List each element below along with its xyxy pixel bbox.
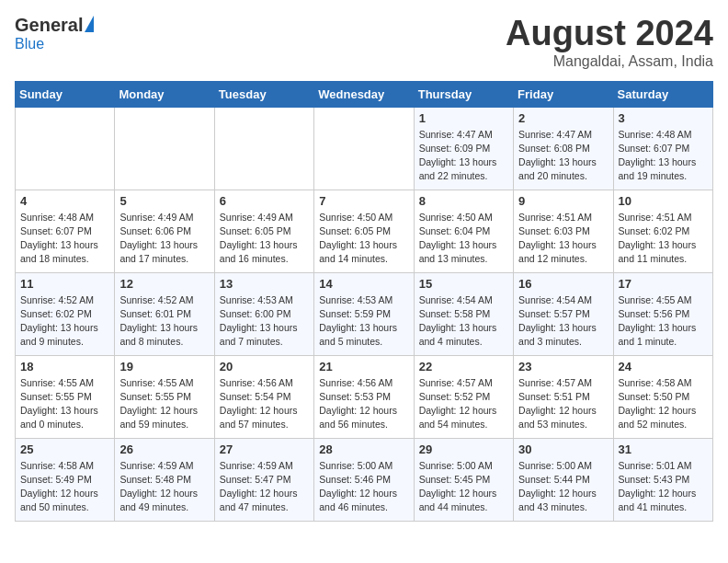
day-number: 13 xyxy=(220,277,309,291)
day-info: Sunrise: 4:55 AMSunset: 5:55 PMDaylight:… xyxy=(20,376,109,432)
page-header: General Blue August 2024 Mangaldai, Assa… xyxy=(15,15,713,70)
calendar-week-row: 1Sunrise: 4:47 AMSunset: 6:09 PMDaylight… xyxy=(16,107,713,190)
calendar-cell xyxy=(16,107,115,190)
day-number: 3 xyxy=(619,111,708,125)
calendar-cell: 24Sunrise: 4:58 AMSunset: 5:50 PMDayligh… xyxy=(613,355,712,438)
calendar-cell: 9Sunrise: 4:51 AMSunset: 6:03 PMDaylight… xyxy=(514,190,613,272)
day-number: 19 xyxy=(119,360,209,373)
calendar-week-row: 25Sunrise: 4:58 AMSunset: 5:49 PMDayligh… xyxy=(16,438,713,521)
weekday-header-saturday: Saturday xyxy=(613,81,712,107)
location: Mangaldai, Assam, India xyxy=(506,53,713,70)
day-info: Sunrise: 4:54 AMSunset: 5:58 PMDaylight:… xyxy=(419,293,508,350)
calendar-cell: 28Sunrise: 5:00 AMSunset: 5:46 PMDayligh… xyxy=(314,438,414,521)
calendar-cell: 19Sunrise: 4:55 AMSunset: 5:55 PMDayligh… xyxy=(115,355,214,438)
logo-triangle-icon xyxy=(85,16,94,32)
calendar-cell: 26Sunrise: 4:59 AMSunset: 5:48 PMDayligh… xyxy=(115,438,214,521)
day-number: 12 xyxy=(119,277,209,291)
calendar-week-row: 11Sunrise: 4:52 AMSunset: 6:02 PMDayligh… xyxy=(16,272,713,355)
calendar-cell xyxy=(214,107,313,190)
logo: General Blue xyxy=(15,15,94,52)
calendar-cell: 2Sunrise: 4:47 AMSunset: 6:08 PMDaylight… xyxy=(514,107,613,190)
day-number: 5 xyxy=(119,194,209,208)
day-info: Sunrise: 4:53 AMSunset: 6:00 PMDaylight:… xyxy=(220,293,309,350)
day-info: Sunrise: 4:59 AMSunset: 5:48 PMDaylight:… xyxy=(119,459,209,515)
day-number: 27 xyxy=(220,442,309,456)
day-number: 1 xyxy=(419,111,508,125)
day-info: Sunrise: 4:50 AMSunset: 6:04 PMDaylight:… xyxy=(419,211,508,267)
day-number: 10 xyxy=(619,194,708,208)
day-number: 8 xyxy=(419,194,508,208)
day-info: Sunrise: 4:57 AMSunset: 5:52 PMDaylight:… xyxy=(419,376,508,432)
calendar-cell: 12Sunrise: 4:52 AMSunset: 6:01 PMDayligh… xyxy=(115,272,214,355)
day-info: Sunrise: 4:51 AMSunset: 6:02 PMDaylight:… xyxy=(619,211,708,267)
calendar-cell: 29Sunrise: 5:00 AMSunset: 5:45 PMDayligh… xyxy=(414,438,513,521)
calendar-table: SundayMondayTuesdayWednesdayThursdayFrid… xyxy=(15,81,713,522)
month-title: August 2024 xyxy=(506,15,713,53)
calendar-cell: 5Sunrise: 4:49 AMSunset: 6:06 PMDaylight… xyxy=(115,190,214,272)
day-number: 20 xyxy=(220,360,309,373)
day-info: Sunrise: 4:48 AMSunset: 6:07 PMDaylight:… xyxy=(619,128,708,184)
day-info: Sunrise: 4:54 AMSunset: 5:57 PMDaylight:… xyxy=(518,293,608,350)
calendar-cell: 20Sunrise: 4:56 AMSunset: 5:54 PMDayligh… xyxy=(214,355,313,438)
day-info: Sunrise: 4:50 AMSunset: 6:05 PMDaylight:… xyxy=(319,211,408,267)
weekday-header-friday: Friday xyxy=(514,81,613,107)
calendar-cell: 17Sunrise: 4:55 AMSunset: 5:56 PMDayligh… xyxy=(613,272,712,355)
day-number: 17 xyxy=(619,277,708,291)
day-info: Sunrise: 4:49 AMSunset: 6:05 PMDaylight:… xyxy=(220,211,309,267)
calendar-cell: 7Sunrise: 4:50 AMSunset: 6:05 PMDaylight… xyxy=(314,190,414,272)
calendar-cell: 22Sunrise: 4:57 AMSunset: 5:52 PMDayligh… xyxy=(414,355,513,438)
day-number: 14 xyxy=(319,277,408,291)
day-info: Sunrise: 4:48 AMSunset: 6:07 PMDaylight:… xyxy=(20,211,109,267)
calendar-cell: 6Sunrise: 4:49 AMSunset: 6:05 PMDaylight… xyxy=(214,190,313,272)
calendar-cell: 14Sunrise: 4:53 AMSunset: 5:59 PMDayligh… xyxy=(314,272,414,355)
calendar-cell: 1Sunrise: 4:47 AMSunset: 6:09 PMDaylight… xyxy=(414,107,513,190)
day-info: Sunrise: 5:01 AMSunset: 5:43 PMDaylight:… xyxy=(619,459,708,515)
day-info: Sunrise: 4:58 AMSunset: 5:49 PMDaylight:… xyxy=(20,459,109,515)
calendar-cell: 23Sunrise: 4:57 AMSunset: 5:51 PMDayligh… xyxy=(514,355,613,438)
day-number: 11 xyxy=(20,277,109,291)
day-info: Sunrise: 4:47 AMSunset: 6:08 PMDaylight:… xyxy=(518,128,608,184)
calendar-cell xyxy=(314,107,414,190)
day-number: 15 xyxy=(419,277,508,291)
day-info: Sunrise: 5:00 AMSunset: 5:44 PMDaylight:… xyxy=(518,459,608,515)
day-number: 24 xyxy=(619,360,708,373)
calendar-cell: 27Sunrise: 4:59 AMSunset: 5:47 PMDayligh… xyxy=(214,438,313,521)
calendar-cell: 10Sunrise: 4:51 AMSunset: 6:02 PMDayligh… xyxy=(613,190,712,272)
day-info: Sunrise: 4:56 AMSunset: 5:53 PMDaylight:… xyxy=(319,376,408,432)
calendar-cell: 30Sunrise: 5:00 AMSunset: 5:44 PMDayligh… xyxy=(514,438,613,521)
day-info: Sunrise: 4:59 AMSunset: 5:47 PMDaylight:… xyxy=(220,459,309,515)
title-block: August 2024 Mangaldai, Assam, India xyxy=(506,15,713,70)
calendar-cell: 3Sunrise: 4:48 AMSunset: 6:07 PMDaylight… xyxy=(613,107,712,190)
day-number: 6 xyxy=(220,194,309,208)
weekday-header-monday: Monday xyxy=(115,81,214,107)
calendar-cell: 16Sunrise: 4:54 AMSunset: 5:57 PMDayligh… xyxy=(514,272,613,355)
calendar-cell: 13Sunrise: 4:53 AMSunset: 6:00 PMDayligh… xyxy=(214,272,313,355)
weekday-header-wednesday: Wednesday xyxy=(314,81,414,107)
day-info: Sunrise: 4:55 AMSunset: 5:55 PMDaylight:… xyxy=(119,376,209,432)
calendar-cell xyxy=(115,107,214,190)
day-info: Sunrise: 5:00 AMSunset: 5:45 PMDaylight:… xyxy=(419,459,508,515)
day-info: Sunrise: 4:47 AMSunset: 6:09 PMDaylight:… xyxy=(419,128,508,184)
day-number: 22 xyxy=(419,360,508,373)
weekday-header-tuesday: Tuesday xyxy=(214,81,313,107)
day-info: Sunrise: 4:52 AMSunset: 6:01 PMDaylight:… xyxy=(119,293,209,350)
calendar-week-row: 4Sunrise: 4:48 AMSunset: 6:07 PMDaylight… xyxy=(16,190,713,272)
calendar-cell: 18Sunrise: 4:55 AMSunset: 5:55 PMDayligh… xyxy=(16,355,115,438)
weekday-header-sunday: Sunday xyxy=(16,81,115,107)
day-number: 2 xyxy=(518,111,608,125)
calendar-cell: 25Sunrise: 4:58 AMSunset: 5:49 PMDayligh… xyxy=(16,438,115,521)
day-info: Sunrise: 4:55 AMSunset: 5:56 PMDaylight:… xyxy=(619,293,708,350)
day-number: 30 xyxy=(518,442,608,456)
weekday-header-thursday: Thursday xyxy=(414,81,513,107)
day-info: Sunrise: 4:53 AMSunset: 5:59 PMDaylight:… xyxy=(319,293,408,350)
calendar-cell: 15Sunrise: 4:54 AMSunset: 5:58 PMDayligh… xyxy=(414,272,513,355)
calendar-cell: 31Sunrise: 5:01 AMSunset: 5:43 PMDayligh… xyxy=(613,438,712,521)
calendar-week-row: 18Sunrise: 4:55 AMSunset: 5:55 PMDayligh… xyxy=(16,355,713,438)
day-number: 31 xyxy=(619,442,708,456)
day-number: 9 xyxy=(518,194,608,208)
day-info: Sunrise: 5:00 AMSunset: 5:46 PMDaylight:… xyxy=(319,459,408,515)
calendar-cell: 21Sunrise: 4:56 AMSunset: 5:53 PMDayligh… xyxy=(314,355,414,438)
day-number: 25 xyxy=(20,442,109,456)
day-number: 18 xyxy=(20,360,109,373)
day-info: Sunrise: 4:51 AMSunset: 6:03 PMDaylight:… xyxy=(518,211,608,267)
